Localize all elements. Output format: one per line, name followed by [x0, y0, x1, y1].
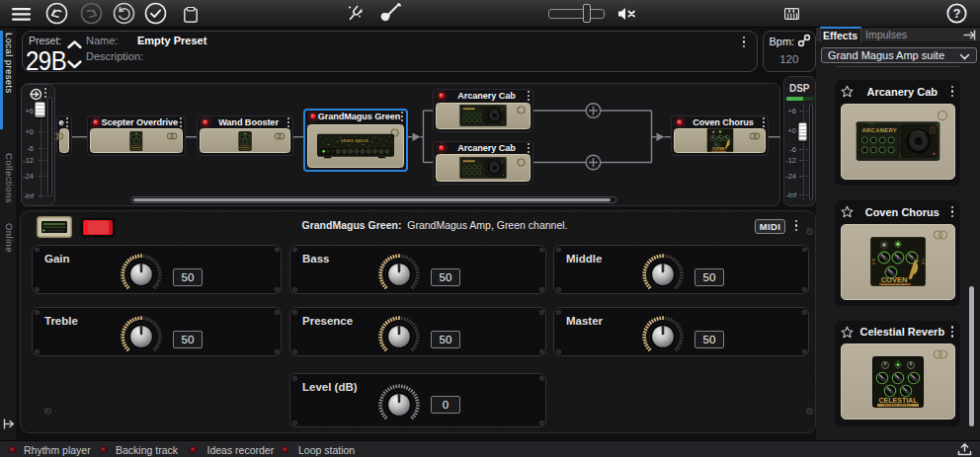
record-dot-icon[interactable] [190, 446, 197, 453]
device-header: Arcanery Cab [434, 90, 532, 103]
bottom-item-loop-station[interactable]: Loop station [298, 444, 355, 456]
sidebar-tab-online[interactable]: Online [4, 223, 15, 253]
device-menu-icon[interactable] [401, 112, 403, 121]
record-dot-icon[interactable] [9, 446, 16, 453]
preset-up-icon[interactable] [66, 39, 83, 50]
knob-value[interactable]: 50 [173, 331, 203, 348]
device-body[interactable] [90, 128, 183, 153]
effect-card-celestial-reverb[interactable]: Celestial Reverb CELESTIAL REVERB EFFECT [835, 321, 960, 426]
knob-master[interactable] [641, 315, 685, 358]
device-enabled-led[interactable] [438, 92, 446, 100]
card-menu-icon[interactable] [951, 326, 953, 337]
bottom-item-backing-track[interactable]: Backing track [116, 444, 178, 456]
device-body[interactable] [436, 154, 531, 182]
knob-value[interactable]: 50 [694, 268, 724, 286]
device-menu-icon[interactable] [287, 117, 289, 127]
device-menu-icon[interactable] [528, 91, 530, 101]
device-enabled-led[interactable] [92, 118, 100, 126]
menu-icon[interactable] [12, 8, 31, 21]
bpm-value[interactable]: 120 [764, 53, 816, 65]
sidebar-tab-local-presets[interactable]: Local presets [4, 33, 15, 94]
output-volume-slider[interactable] [548, 9, 605, 19]
device-body[interactable]: GRAND MAGUS [307, 124, 404, 168]
meter-scale-label: -inf [22, 191, 34, 200]
knob-gain[interactable] [120, 253, 163, 296]
expand-left-panel-icon[interactable] [3, 419, 15, 429]
favorite-star-icon[interactable] [841, 326, 854, 339]
knob-treble[interactable] [120, 315, 163, 358]
bottom-item-rhythm-player[interactable]: Rhythm player [24, 444, 91, 456]
knob-label: Level (dB) [302, 381, 358, 393]
reset-icon[interactable] [113, 2, 135, 25]
check-icon[interactable] [144, 2, 167, 25]
bottom-item-ideas-recorder[interactable]: Ideas recorder [207, 444, 275, 456]
chain-device-grandmagus-green[interactable]: GrandMagus Green GRAND MAGUS [303, 109, 408, 172]
device-menu-icon[interactable] [528, 143, 530, 153]
device-menu-icon[interactable] [180, 117, 182, 127]
effect-card-coven-chorus[interactable]: Coven Chorus AD SE COVEN CHORUS EFFECT [835, 200, 960, 306]
device-name: GrandMagus Green [317, 112, 401, 121]
mute-icon[interactable] [617, 7, 636, 21]
undo-icon[interactable] [45, 2, 68, 25]
chain-device-scepter-overdrive[interactable]: Scepter Overdrive [87, 115, 186, 157]
suite-dropdown[interactable]: Grand Magus Amp suite [821, 47, 977, 63]
card-menu-icon[interactable] [951, 86, 953, 97]
knob-value[interactable]: 50 [431, 331, 460, 348]
chain-device-coven-chorus[interactable]: Coven Chorus AD SE COVEN CHORUS EFFECT [671, 115, 769, 156]
knob-label: Middle [566, 253, 602, 265]
card-menu-icon[interactable] [951, 206, 953, 217]
device-body[interactable] [200, 128, 290, 153]
input-node-panel: +6+0-6-12-24-inf [21, 84, 55, 206]
device-enabled-led[interactable] [309, 113, 317, 120]
chain-device-wand-booster[interactable]: Wand Booster [197, 115, 293, 157]
knob-bass[interactable] [377, 253, 421, 296]
screw [806, 408, 813, 415]
chain-device-arcanery-cab[interactable]: Arcanery Cab [433, 141, 533, 185]
knob-level-db-[interactable] [377, 383, 421, 426]
knob-value[interactable]: 50 [431, 268, 460, 286]
device-enabled-led[interactable] [438, 144, 446, 152]
tuner-icon[interactable] [345, 3, 366, 24]
device-body[interactable] [59, 128, 69, 153]
preset-name-value[interactable]: Empty Preset [137, 35, 206, 46]
input-fader-handle[interactable] [35, 102, 45, 117]
bpm-link-icon[interactable] [797, 34, 811, 47]
knob-value[interactable]: 50 [173, 268, 203, 286]
midi-keyboard-icon[interactable] [784, 8, 799, 20]
tab-effects[interactable]: Effects [820, 27, 861, 42]
record-dot-icon[interactable] [282, 446, 288, 453]
input-menu-icon[interactable] [44, 88, 46, 98]
record-dot-icon[interactable] [100, 446, 107, 453]
effect-card-arcanery-cab[interactable]: Arcanery Cab ARCANERY [835, 80, 960, 186]
device-body[interactable] [436, 103, 531, 130]
chain-device-e[interactable]: e [56, 115, 72, 156]
favorite-star-icon[interactable] [841, 85, 854, 98]
sidebar-scrollbar[interactable] [969, 286, 974, 426]
device-menu-icon[interactable] [66, 117, 68, 127]
device-menu-icon[interactable] [763, 117, 765, 127]
notes-icon[interactable] [184, 7, 198, 23]
redo-icon[interactable] [80, 2, 103, 25]
favorite-star-icon[interactable] [841, 205, 854, 218]
device-body[interactable]: AD SE COVEN CHORUS EFFECT [674, 128, 766, 153]
preset-down-icon[interactable] [66, 59, 83, 70]
output-volume-handle[interactable] [583, 4, 591, 23]
output-fader-handle[interactable] [798, 122, 808, 141]
meter-scale-label: -6 [784, 145, 796, 154]
screw [556, 287, 561, 292]
guitar-icon[interactable] [377, 2, 401, 26]
screw [275, 248, 280, 253]
export-icon[interactable] [957, 443, 972, 456]
help-icon[interactable]: ? [946, 3, 967, 24]
sidebar-tab-collections[interactable]: Collections [4, 153, 15, 203]
device-enabled-led[interactable] [676, 118, 684, 126]
preset-menu-icon[interactable] [743, 37, 745, 47]
device-enabled-led[interactable] [202, 118, 209, 126]
chain-device-arcanery-cab[interactable]: Arcanery Cab [433, 89, 533, 132]
knob-value[interactable]: 50 [694, 331, 724, 348]
collapse-sidebar-icon[interactable] [963, 30, 976, 40]
knob-presence[interactable] [377, 315, 421, 358]
tab-impulses[interactable]: Impulses [863, 28, 909, 42]
knob-middle[interactable] [641, 253, 685, 296]
knob-value[interactable]: 0 [431, 396, 460, 414]
